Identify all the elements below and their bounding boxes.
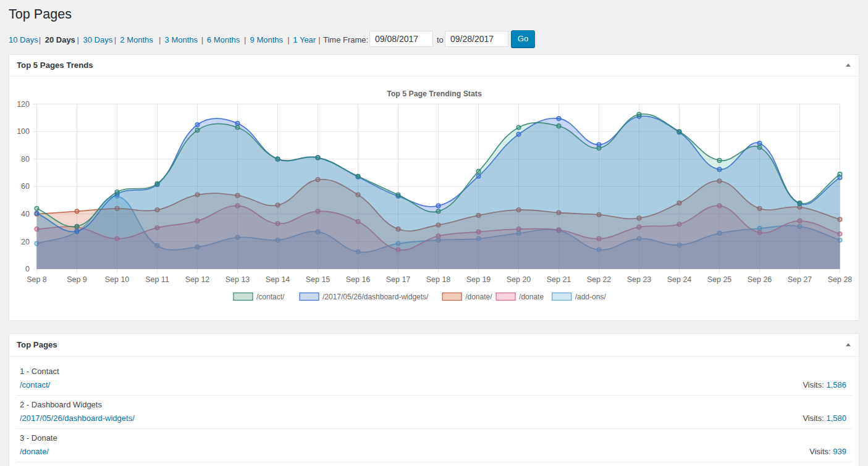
svg-text:Sep 8: Sep 8 — [27, 275, 47, 284]
svg-text:Top 5 Page Trending Stats: Top 5 Page Trending Stats — [387, 89, 482, 98]
svg-text:80: 80 — [21, 155, 30, 164]
svg-text:40: 40 — [21, 210, 30, 218]
svg-text:Sep 23: Sep 23 — [627, 275, 652, 284]
svg-text:Sep 17: Sep 17 — [386, 275, 411, 284]
svg-text:Sep 11: Sep 11 — [145, 275, 169, 284]
svg-text:Sep 9: Sep 9 — [67, 275, 87, 284]
svg-text:Sep 19: Sep 19 — [466, 275, 491, 284]
svg-text:Sep 16: Sep 16 — [346, 275, 371, 284]
svg-text:Sep 21: Sep 21 — [547, 275, 571, 284]
svg-text:Sep 27: Sep 27 — [788, 275, 812, 284]
svg-text:/add-ons/: /add-ons/ — [575, 293, 607, 301]
svg-text:Sep 26: Sep 26 — [748, 275, 772, 284]
svg-text:Sep 25: Sep 25 — [707, 275, 732, 284]
svg-text:/2017/05/26/dashboard-widgets/: /2017/05/26/dashboard-widgets/ — [322, 293, 429, 301]
svg-text:20: 20 — [21, 238, 30, 246]
svg-text:/donate: /donate — [519, 293, 544, 301]
svg-text:Sep 14: Sep 14 — [266, 275, 290, 284]
svg-text:Sep 24: Sep 24 — [667, 275, 692, 284]
svg-text:60: 60 — [21, 182, 30, 191]
svg-text:Sep 13: Sep 13 — [225, 275, 250, 284]
svg-text:Sep 20: Sep 20 — [507, 275, 531, 284]
svg-text:Sep 10: Sep 10 — [105, 275, 130, 284]
svg-text:/contact/: /contact/ — [256, 293, 285, 301]
svg-text:Sep 28: Sep 28 — [828, 275, 853, 284]
svg-text:Sep 22: Sep 22 — [587, 275, 612, 284]
svg-text:100: 100 — [17, 127, 30, 136]
svg-text:Sep 15: Sep 15 — [306, 275, 331, 284]
svg-text:0: 0 — [25, 265, 30, 273]
svg-text:Sep 12: Sep 12 — [185, 275, 210, 284]
svg-text:/donate/: /donate/ — [465, 293, 492, 301]
svg-text:Sep 18: Sep 18 — [426, 275, 451, 284]
svg-text:120: 120 — [17, 100, 30, 109]
